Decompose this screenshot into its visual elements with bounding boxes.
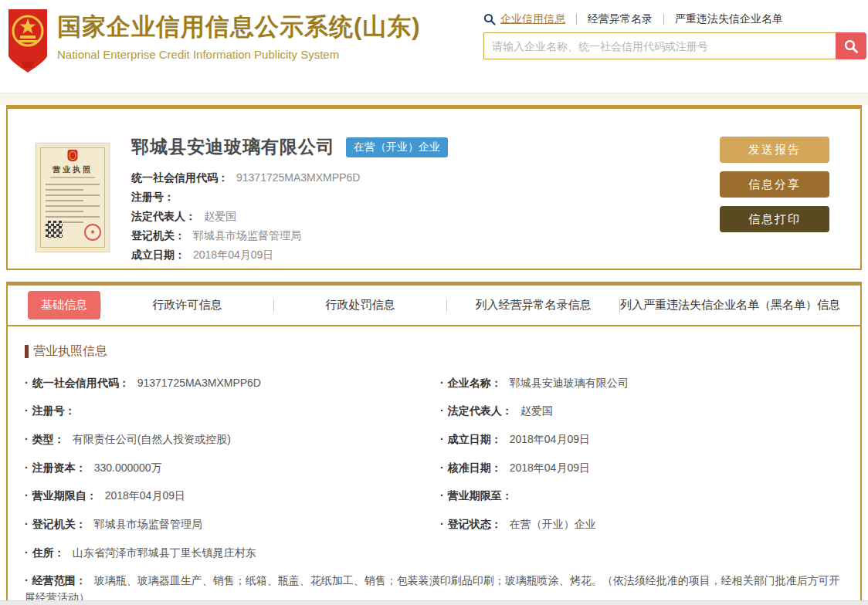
search-icon xyxy=(483,13,496,25)
business-license-thumbnail[interactable]: 营业执照 xyxy=(36,143,110,252)
license-info-section: 营业执照信息 ·统一社会信用代码：91371725MA3MXMPP6D ·企业名… xyxy=(8,326,860,605)
company-name: 郓城县安迪玻璃有限公司 xyxy=(131,135,335,159)
nav-tab-serious-violation-list[interactable]: 严重违法失信企业名单 xyxy=(675,12,783,26)
send-report-button[interactable]: 发送报告 xyxy=(720,137,829,163)
search-button-icon xyxy=(843,39,859,54)
nav-tab-enterprise-credit-info[interactable]: 企业信用信息 xyxy=(500,12,565,26)
tab-basic-info[interactable]: 基础信息 xyxy=(28,291,100,319)
tab-administrative-licensing[interactable]: 行政许可信息 xyxy=(101,298,273,313)
row-term-end: ·营业期限至： xyxy=(440,482,845,511)
row-credit-code: ·统一社会信用代码：91371725MA3MXMPP6D xyxy=(25,369,429,397)
nav-divider xyxy=(576,14,577,25)
site-title: 国家企业信用信息公示系统(山东) xyxy=(57,11,421,43)
license-red-seal-icon xyxy=(84,224,101,241)
company-status-badge: 在营（开业）企业 xyxy=(346,137,448,157)
section-title-bar-icon xyxy=(25,345,29,358)
search-box xyxy=(483,32,866,59)
row-business-scope: ·经营范围：玻璃瓶、玻璃器皿生产、销售；纸箱、瓶盖、花纸加工、销售；包装装潢印刷… xyxy=(25,567,845,605)
company-summary-card: 营业执照 郓城县安迪玻璃有限公司 在营（开业）企业 统一社会信用代码： 9137… xyxy=(6,105,862,270)
page-bottom-strip xyxy=(0,600,868,605)
nav-divider xyxy=(663,14,664,25)
row-address: ·住所：山东省菏泽市郓城县丁里长镇晁庄村东 xyxy=(25,539,845,567)
search-area: 企业信用信息 经营异常名录 严重违法失信企业名单 xyxy=(483,8,866,59)
license-info-grid: ·统一社会信用代码：91371725MA3MXMPP6D ·企业名称：郓城县安迪… xyxy=(25,369,845,605)
row-company-name: ·企业名称：郓城县安迪玻璃有限公司 xyxy=(440,369,845,397)
license-title: 营业执照 xyxy=(36,164,109,175)
search-category-nav: 企业信用信息 经营异常名录 严重违法失信企业名单 xyxy=(483,12,866,26)
field-legal-representative: 法定代表人： 赵爱国 xyxy=(131,207,720,226)
section-title: 营业执照信息 xyxy=(33,343,107,360)
row-registration-authority: ·登记机关：郓城县市场监督管理局 xyxy=(25,510,429,539)
row-establishment-date: ·成立日期：2018年04月09日 xyxy=(440,425,845,454)
field-registration-authority: 登记机关： 郓城县市场监督管理局 xyxy=(131,226,720,245)
field-credit-code: 统一社会信用代码： 91371725MA3MXMPP6D xyxy=(131,168,720,188)
national-emblem-logo xyxy=(6,8,49,79)
field-establishment-date: 成立日期： 2018年04月09日 xyxy=(131,245,720,265)
tab-administrative-penalty[interactable]: 行政处罚信息 xyxy=(274,298,446,313)
print-info-button[interactable]: 信息打印 xyxy=(720,206,829,232)
row-approval-date: ·核准日期：2018年04月09日 xyxy=(440,454,845,482)
nav-tab-abnormal-operations-list[interactable]: 经营异常名录 xyxy=(588,12,653,26)
header-divider-band xyxy=(0,93,868,105)
row-registered-capital: ·注册资本：330.000000万 xyxy=(25,454,429,482)
row-registration-number: ·注册号： xyxy=(25,397,429,426)
row-company-type: ·类型：有限责任公司(自然人投资或控股) xyxy=(25,425,429,454)
detail-tabs: 基础信息 行政许可信息 行政处罚信息 列入经营异常名录信息 列入严重违法失信企业… xyxy=(8,286,860,326)
tab-abnormal-operations[interactable]: 列入经营异常名录信息 xyxy=(447,298,619,313)
detail-card: 基础信息 行政许可信息 行政处罚信息 列入经营异常名录信息 列入严重违法失信企业… xyxy=(6,282,862,602)
search-input[interactable] xyxy=(483,32,836,59)
row-term-start: ·营业期限自：2018年04月09日 xyxy=(25,482,429,511)
site-title-block: 国家企业信用信息公示系统(山东) National Enterprise Cre… xyxy=(57,8,421,61)
share-info-button[interactable]: 信息分享 xyxy=(720,171,829,198)
field-registration-number: 注册号： xyxy=(131,188,720,207)
site-subtitle: National Enterprise Credit Information P… xyxy=(57,48,421,61)
action-buttons: 发送报告 信息分享 信息打印 xyxy=(720,134,829,253)
company-info: 郓城县安迪玻璃有限公司 在营（开业）企业 统一社会信用代码： 91371725M… xyxy=(131,134,720,253)
license-subline xyxy=(50,177,95,178)
site-header: 国家企业信用信息公示系统(山东) National Enterprise Cre… xyxy=(0,0,868,91)
tab-serious-violation-blacklist[interactable]: 列入严重违法失信企业名单（黑名单）信息 xyxy=(620,298,840,313)
license-qr-code xyxy=(46,221,63,238)
row-registration-status: ·登记状态：在营（开业）企业 xyxy=(440,510,845,539)
search-button[interactable] xyxy=(836,32,866,59)
license-emblem-icon xyxy=(68,150,78,161)
row-legal-representative: ·法定代表人：赵爱国 xyxy=(440,397,845,426)
